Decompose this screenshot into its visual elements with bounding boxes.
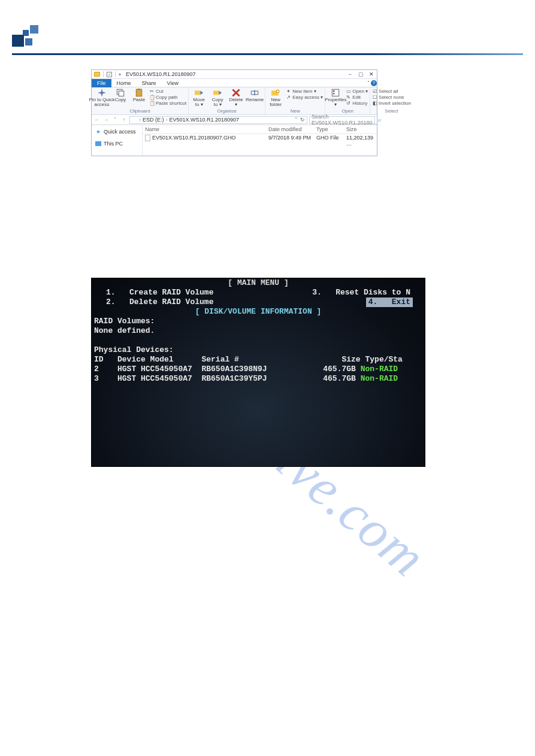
raid-volumes-none: None defined. (92, 326, 425, 336)
paste-shortcut-icon: 📋 (149, 101, 155, 106)
pin-to-quick-access-button[interactable]: Pin to Quick access (93, 89, 110, 107)
sidebar-item-quick-access[interactable]: ★ Quick access (92, 127, 142, 136)
sidebar-item-this-pc[interactable]: This PC (92, 139, 142, 148)
help-icon[interactable]: ? (371, 80, 377, 86)
file-name: EV501X.WS10.R1.20180907.GHO (152, 135, 236, 141)
menu-delete-raid[interactable]: 2. Delete RAID Volume (104, 297, 216, 307)
file-size: 11,202,139 … (344, 134, 377, 147)
ribbon-group-title: Open (327, 108, 368, 114)
divider (103, 71, 104, 77)
col-header-date[interactable]: Date modified (266, 126, 314, 133)
svg-point-9 (276, 90, 279, 93)
copy-path-button[interactable]: 📋Copy path (149, 95, 186, 100)
file-row[interactable]: EV501X.WS10.R1.20180907.GHO 9/7/2018 9:4… (143, 134, 377, 147)
edit-icon: ✎ (346, 95, 351, 100)
status-non-raid: Non-RAID (361, 365, 398, 374)
sidebar-item-label: Quick access (104, 129, 136, 135)
column-headers: Name Date modified Type Size (143, 125, 377, 134)
invert-selection-button[interactable]: ◧Invert selection (372, 101, 411, 106)
svg-rect-4 (195, 91, 200, 95)
divider (115, 71, 116, 77)
cut-button[interactable]: ✂Cut (149, 89, 186, 94)
qat-dropdown-icon[interactable]: ▾ (119, 72, 121, 77)
easy-access-icon: ↗ (286, 95, 291, 100)
easy-access-button[interactable]: ↗Easy access ▾ (286, 95, 323, 100)
search-input[interactable]: Search EV501X.WS10.R1.20180… ⌕ (309, 116, 375, 124)
file-type: GHO File (314, 134, 344, 147)
minimize-button[interactable]: – (344, 70, 355, 79)
menu-exit[interactable]: 4. Exit (366, 297, 413, 307)
col-header-type[interactable]: Type (314, 126, 344, 133)
ribbon-collapse-icon[interactable]: ˄ (367, 80, 370, 86)
history-button[interactable]: ↺History (346, 101, 368, 106)
menu-create-raid[interactable]: 1. Create RAID Volume (104, 288, 216, 297)
nav-back-button[interactable]: ← (93, 117, 101, 123)
titlebar: ✓ ▾ EV501X.WS10.R1.20180907 – ▢ ✕ (92, 70, 377, 79)
pin-icon (98, 89, 106, 97)
copy-button[interactable]: Copy (112, 89, 129, 102)
new-item-button[interactable]: ✦New item ▾ (286, 89, 323, 94)
svg-rect-3 (138, 89, 141, 90)
properties-button[interactable]: Properties ▾ (327, 89, 344, 107)
ribbon-group-title: New (267, 108, 323, 114)
tab-view[interactable]: View (162, 79, 184, 87)
quick-access-toolbar: ✓ ▾ (92, 71, 123, 77)
breadcrumb-segment[interactable]: EV501X.WS10.R1.20180907 (170, 117, 240, 123)
rename-icon (250, 89, 259, 97)
ribbon-tabs: File Home Share View ˄ ? (92, 79, 377, 87)
new-folder-button[interactable]: New folder (267, 89, 284, 107)
tab-home[interactable]: Home (111, 79, 137, 87)
paste-shortcut-button[interactable]: 📋Paste shortcut (149, 101, 186, 106)
breadcrumb-segment[interactable]: ESD (E:) (143, 117, 164, 123)
ribbon-group-clipboard: Pin to Quick access Copy Paste ✂Cut 📋Cop… (92, 87, 189, 114)
cut-icon: ✂ (149, 89, 155, 94)
copy-to-icon (213, 89, 222, 97)
address-bar[interactable]: › ESD (E:) › EV501X.WS10.R1.20180907 ˅ ↻ (129, 116, 307, 124)
address-dropdown-icon[interactable]: ˅ (295, 117, 298, 123)
qat-checkbox-icon[interactable]: ✓ (107, 72, 112, 77)
delete-button[interactable]: Delete ▾ (228, 89, 244, 107)
header-rule (12, 53, 523, 55)
close-button[interactable]: ✕ (366, 70, 377, 79)
physical-devices-label: Physical Devices: (92, 345, 425, 355)
window-title: EV501X.WS10.R1.20180907 (123, 71, 196, 77)
blank-line (92, 336, 425, 345)
search-placeholder: Search EV501X.WS10.R1.20180… (312, 114, 378, 126)
device-row: 2 HGST HCC545050A7 RB650A1C398N9J 465.7G… (92, 365, 425, 374)
copy-icon (116, 89, 125, 97)
edit-button[interactable]: ✎Edit (346, 95, 368, 100)
ribbon-group-title: Organize (191, 108, 263, 114)
maximize-button[interactable]: ▢ (355, 70, 366, 79)
select-all-button[interactable]: ☑Select all (372, 89, 411, 94)
paste-button[interactable]: Paste (131, 89, 147, 102)
open-button[interactable]: ▭Open ▾ (346, 89, 368, 94)
invert-selection-icon: ◧ (372, 101, 377, 106)
col-header-name[interactable]: Name (143, 126, 266, 133)
copy-to-button[interactable]: Copy to ▾ (209, 89, 226, 107)
tab-file[interactable]: File (92, 79, 111, 87)
svg-rect-5 (213, 91, 219, 95)
menu-reset-disks[interactable]: 3. Reset Disks to N (310, 288, 413, 297)
ribbon-group-organize: Move to ▾ Copy to ▾ Delete ▾ Rename Orga… (189, 87, 265, 114)
properties-icon (331, 89, 340, 97)
move-to-button[interactable]: Move to ▾ (191, 89, 207, 107)
ribbon-group-title: Clipboard (93, 108, 186, 114)
select-none-button[interactable]: ☐Select none (372, 95, 411, 100)
paste-icon (135, 89, 143, 97)
new-item-icon: ✦ (286, 89, 291, 94)
rename-button[interactable]: Rename (246, 89, 263, 102)
address-bar-row: ← → ˅ ↑ › ESD (E:) › EV501X.WS10.R1.2018… (92, 115, 377, 125)
nav-recent-dropdown[interactable]: ˅ (111, 117, 119, 123)
refresh-button[interactable]: ↻ (300, 117, 305, 123)
quick-access-icon: ★ (95, 129, 101, 135)
file-list: Name Date modified Type Size EV501X.WS10… (143, 125, 377, 156)
nav-up-button[interactable]: ↑ (120, 117, 128, 123)
tab-share[interactable]: Share (137, 79, 162, 87)
col-header-size[interactable]: Size (344, 126, 377, 133)
move-to-icon (195, 89, 203, 97)
status-non-raid: Non-RAID (361, 374, 398, 383)
nav-forward-button[interactable]: → (102, 117, 110, 123)
delete-icon (232, 89, 240, 97)
select-none-icon: ☐ (372, 95, 377, 100)
ribbon-group-title: Select (372, 108, 411, 114)
